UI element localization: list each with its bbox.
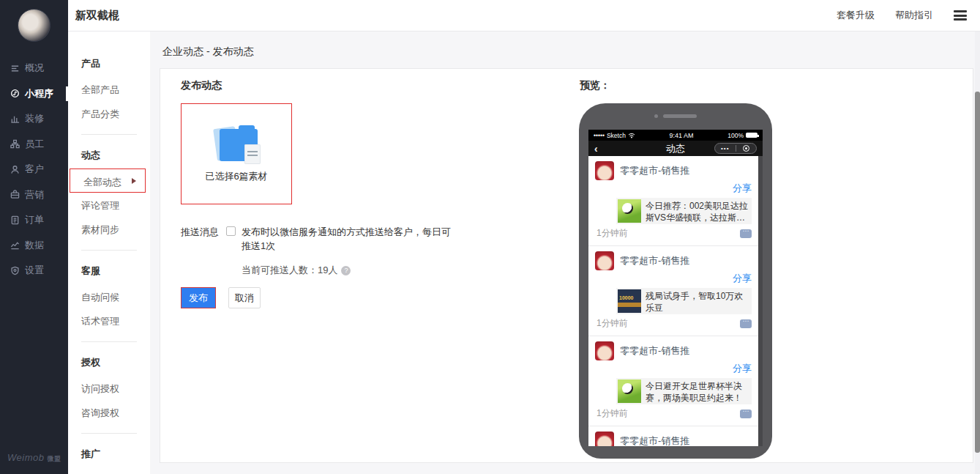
subnav-item-all-moments[interactable]: 全部动态 [70, 169, 146, 193]
preview-title: 预览： [580, 79, 610, 92]
subnav-item-product-categories[interactable]: 产品分类 [68, 101, 150, 125]
weimob-logo: Weimob 微盟 [7, 452, 61, 464]
sidebar-item-marketing[interactable]: 营销 [0, 182, 68, 208]
upgrade-plan-link[interactable]: 套餐升级 [837, 9, 875, 22]
post-avatar [595, 161, 614, 180]
comment-icon[interactable] [740, 229, 752, 238]
battery-icon [746, 133, 758, 138]
subnav-section-authorization: 授权 [68, 349, 150, 376]
publish-button[interactable]: 发布 [181, 287, 216, 308]
material-selector[interactable]: 已选择6篇素材 [181, 103, 292, 204]
subnav-item-channel-promotion[interactable]: 渠道推广 [68, 467, 150, 474]
subnav-item-all-products[interactable]: 全部产品 [68, 77, 150, 101]
app-title: 新双截棍 [75, 9, 119, 23]
subnav-item-consult-authorization[interactable]: 咨询授权 [68, 400, 150, 424]
sidebar-item-miniprogram[interactable]: 小程序 [0, 81, 68, 107]
subnav-section-moments: 动态 [68, 142, 150, 169]
post-avatar [595, 432, 614, 446]
sidebar-item-customer[interactable]: 客户 [0, 157, 68, 182]
subnav-item-material-sync[interactable]: 素材同步 [68, 217, 150, 241]
staff-icon [10, 139, 20, 149]
help-guide-link[interactable]: 帮助指引 [895, 9, 933, 22]
capsule-home-icon[interactable] [736, 145, 757, 152]
subnav-item-comment-management[interactable]: 评论管理 [68, 193, 150, 217]
post-text: 今日推荐：002美职足达拉斯VS华盛顿联，达拉斯小... [646, 199, 750, 223]
divider [81, 433, 137, 434]
share-link[interactable]: 分享 [595, 182, 752, 195]
folder-icon [212, 125, 261, 163]
breadcrumb: 企业动态 - 发布动态 [162, 45, 253, 59]
wifi-icon [628, 133, 635, 138]
subnav-item-script-management[interactable]: 话术管理 [68, 308, 150, 333]
primary-sidebar: 概况 小程序 装修 员工 客户 营销 订单 数据 [0, 0, 68, 474]
publish-panel: 发布动态 已选择6篇素材 推送消息 发布时以微信服务通知的方式推送给客户，每日可… [160, 68, 973, 463]
top-header: 新双截棍 套餐升级 帮助指引 [68, 0, 980, 32]
page-scrollbar[interactable] [975, 32, 980, 474]
order-icon [10, 215, 20, 225]
feed-item: 零零超市-销售推 分享 残局试身手，智取10万欢乐豆 1分钟前 [588, 246, 758, 336]
post-avatar [595, 251, 614, 270]
customer-icon [10, 165, 20, 174]
push-count-text: 当前可推送人数：19人 [242, 264, 337, 277]
subnav-section-products: 产品 [68, 51, 150, 77]
divider [81, 250, 137, 251]
sidebar-item-staff[interactable]: 员工 [0, 132, 68, 158]
divider [81, 134, 137, 135]
post-author: 零零超市-销售推 [620, 254, 689, 267]
decorate-icon [10, 114, 20, 124]
sidebar-item-overview[interactable]: 概况 [0, 56, 68, 81]
push-checkbox-text: 发布时以微信服务通知的方式推送给客户，每日可推送1次 [242, 225, 459, 253]
overview-icon [10, 64, 20, 73]
post-card[interactable]: 今日避开女足世界杯半决赛，两场美职足约起来！ [616, 378, 752, 404]
status-time: 9:41 AM [635, 132, 727, 139]
subnav-section-promotion: 推广 [68, 441, 150, 467]
miniprogram-icon [10, 89, 20, 98]
feed-item: 零零超市-销售推 分享 华为被美国解除制裁？白 [588, 426, 758, 446]
sidebar-item-decorate[interactable]: 装修 [0, 106, 68, 132]
soccer-thumbnail [618, 379, 641, 403]
help-question-icon[interactable]: ? [341, 266, 351, 275]
cancel-button[interactable]: 取消 [228, 287, 261, 308]
material-count-label: 已选择6篇素材 [205, 170, 267, 183]
subnav-item-access-authorization[interactable]: 访问授权 [68, 376, 150, 400]
form-title: 发布动态 [181, 79, 222, 92]
main-content: 企业动态 - 发布动态 发布动态 已选择6篇素材 推送消息 发布时以微信服务通知… [150, 32, 975, 474]
phone-speaker [579, 114, 772, 118]
moments-feed: 零零超市-销售推 分享 今日推荐：002美职足达拉斯VS华盛顿联，达拉斯小...… [588, 156, 758, 446]
secondary-sidebar: 产品 全部产品 产品分类 动态 全部动态 评论管理 素材同步 客服 自动问候 话… [68, 32, 150, 474]
game-thumbnail [618, 289, 641, 313]
subnav-section-service: 客服 [68, 258, 150, 284]
comment-icon[interactable] [740, 319, 752, 328]
post-text: 残局试身手，智取10万欢乐豆 [646, 289, 750, 313]
sidebar-item-data[interactable]: 数据 [0, 233, 68, 259]
phone-statusbar: ••••• Sketch 9:41 AM 100% [588, 130, 763, 141]
post-text: 今日避开女足世界杯半决赛，两场美职足约起来！ [646, 379, 750, 403]
push-notification-checkbox[interactable] [226, 226, 236, 236]
data-icon [10, 240, 20, 250]
push-message-label: 推送消息 [181, 225, 220, 277]
feed-item: 零零超市-销售推 分享 今日避开女足世界杯半决赛，两场美职足约起来！ 1分钟前 [588, 336, 758, 426]
sidebar-item-settings[interactable]: 设置 [0, 258, 68, 284]
share-link[interactable]: 分享 [595, 272, 752, 285]
phone-mockup: ••••• Sketch 9:41 AM 100% ‹ 动态 ••• [579, 103, 772, 459]
soccer-thumbnail [618, 199, 641, 223]
subnav-item-auto-greeting[interactable]: 自动问候 [68, 284, 150, 308]
post-time: 1分钟前 [596, 227, 628, 240]
post-card[interactable]: 残局试身手，智取10万欢乐豆 [616, 288, 752, 314]
post-card[interactable]: 今日推荐：002美职足达拉斯VS华盛顿联，达拉斯小... [616, 198, 752, 224]
hamburger-menu-icon[interactable] [954, 9, 967, 23]
post-time: 1分钟前 [596, 317, 628, 330]
post-author: 零零超市-销售推 [620, 164, 689, 177]
phone-navbar: ‹ 动态 ••• [588, 141, 763, 156]
scrollbar-thumb[interactable] [975, 92, 980, 453]
share-link[interactable]: 分享 [595, 362, 752, 375]
comment-icon[interactable] [740, 410, 752, 418]
post-avatar [595, 341, 614, 360]
more-dots-icon[interactable]: ••• [715, 145, 736, 152]
miniprogram-capsule[interactable]: ••• [714, 143, 757, 154]
post-author: 零零超市-销售推 [620, 434, 689, 446]
marketing-icon [10, 190, 20, 199]
user-avatar[interactable] [18, 9, 51, 42]
sidebar-item-order[interactable]: 订单 [0, 207, 68, 233]
feed-item: 零零超市-销售推 分享 今日推荐：002美职足达拉斯VS华盛顿联，达拉斯小...… [588, 156, 758, 246]
